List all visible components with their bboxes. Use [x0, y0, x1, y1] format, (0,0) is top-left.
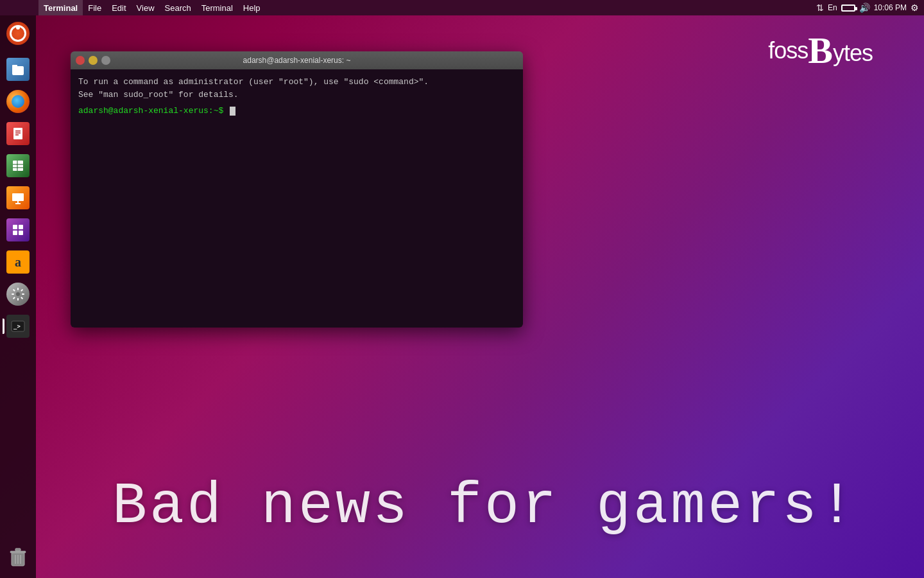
spreadsheet-icon [6, 154, 30, 177]
terminal-window-title: adarsh@adarsh-xenial-xerus: ~ [243, 56, 351, 65]
menubar-edit[interactable]: Edit [107, 0, 131, 15]
top-menubar: Terminal File Edit View Search Terminal … [0, 0, 924, 15]
system-settings-dock-icon [6, 283, 30, 306]
svg-rect-22 [15, 548, 21, 551]
dock-item-firefox[interactable] [3, 86, 33, 117]
file-manager-icon [6, 58, 30, 81]
menubar-help[interactable]: Help [238, 0, 266, 15]
fossbytes-foss-text: foss [768, 37, 808, 64]
system-settings-icon[interactable]: ⚙ [911, 3, 919, 13]
terminal-close-button[interactable]: ✕ [76, 56, 85, 65]
svg-rect-10 [12, 193, 24, 201]
terminal-titlebar: ✕ − □ adarsh@adarsh-xenial-xerus: ~ [71, 51, 523, 69]
dock-item-ubuntu-home[interactable] [3, 18, 33, 49]
dock-item-trash[interactable] [3, 542, 33, 573]
network-icon[interactable]: ⇅ [816, 3, 824, 13]
terminal-dock-icon: _> [6, 315, 30, 338]
menubar-terminal[interactable]: Terminal [196, 0, 238, 15]
fossbytes-b-letter: B [808, 32, 833, 69]
menubar-left: Terminal File Edit View Search Terminal … [0, 0, 816, 15]
svg-rect-0 [12, 66, 24, 75]
terminal-body[interactable]: To run a command as administrator (user … [71, 69, 523, 328]
volume-icon[interactable]: 🔊 [859, 3, 870, 13]
presentation-icon [6, 186, 30, 209]
svg-text:_>: _> [13, 323, 21, 329]
ubuntu-logo [6, 22, 30, 45]
document-viewer-icon [6, 122, 30, 145]
keyboard-layout[interactable]: En [828, 3, 837, 12]
amazon-icon: a [6, 250, 30, 274]
software-center-icon [6, 218, 30, 241]
prompt-user-text: adarsh@adarsh-xenial-xerus:~$ [78, 106, 223, 116]
terminal-maximize-button[interactable]: □ [101, 56, 110, 65]
fossbytes-logo: foss B ytes [768, 32, 873, 69]
battery-icon[interactable] [841, 4, 855, 12]
dock-item-software-center[interactable] [3, 215, 33, 245]
menubar-search[interactable]: Search [160, 0, 196, 15]
dock-item-amazon[interactable]: a [3, 247, 33, 277]
menubar-view[interactable]: View [132, 0, 160, 15]
terminal-message-line1: To run a command as administrator (user … [78, 76, 515, 89]
bottom-headline: Bad news for gamers! [45, 474, 924, 539]
dock-item-presentation[interactable] [3, 182, 33, 213]
dock-item-system-settings[interactable] [3, 279, 33, 310]
menubar-file[interactable]: File [83, 0, 107, 15]
terminal-cursor [230, 107, 235, 116]
trash-icon [6, 546, 30, 569]
fossbytes-ytes-text: ytes [833, 40, 873, 67]
svg-rect-1 [12, 65, 17, 67]
system-time: 10:06 PM [874, 3, 907, 12]
dock-item-document-viewer[interactable] [3, 118, 33, 149]
dock-item-file-manager[interactable] [3, 54, 33, 85]
menubar-right: ⇅ En 🔊 10:06 PM ⚙ [816, 3, 924, 13]
dock: a _> [0, 15, 36, 578]
svg-rect-2 [13, 128, 22, 139]
dock-item-spreadsheet[interactable] [3, 150, 33, 181]
prompt-symbol [223, 106, 228, 116]
dock-item-terminal[interactable]: _> [3, 311, 33, 342]
svg-rect-13 [13, 225, 17, 229]
svg-rect-14 [19, 225, 23, 229]
svg-rect-16 [19, 231, 23, 235]
terminal-minimize-button[interactable]: − [89, 56, 98, 65]
svg-rect-6 [13, 161, 23, 171]
terminal-window: ✕ − □ adarsh@adarsh-xenial-xerus: ~ To r… [71, 51, 523, 328]
svg-point-17 [16, 292, 20, 296]
headline-text: Bad news for gamers! [112, 474, 857, 539]
firefox-icon [6, 90, 30, 113]
menubar-terminal-app[interactable]: Terminal [38, 0, 83, 15]
terminal-message-line2: See "man sudo_root" for details. [78, 89, 515, 101]
terminal-prompt-line[interactable]: adarsh@adarsh-xenial-xerus:~$ [78, 106, 515, 116]
svg-rect-15 [13, 231, 17, 235]
